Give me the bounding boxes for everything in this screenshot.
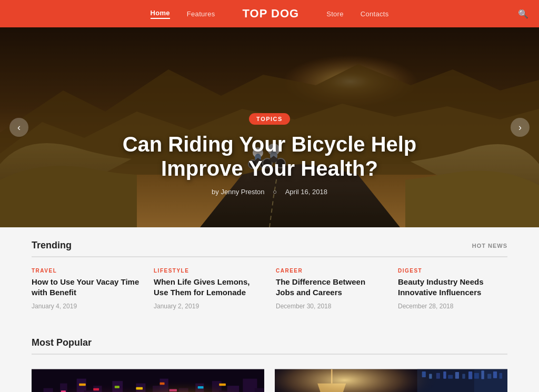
svg-rect-43 <box>93 388 99 390</box>
hero-content: TOPICS Can Riding Your Bicycle Help Impr… <box>0 113 539 196</box>
trending-card-2: LIFESTYLE When Life Gives Lemons, Use Th… <box>154 268 263 310</box>
trending-card-4: DIGEST Beauty Industry Needs Innovative … <box>398 268 507 310</box>
card-date-4: December 28, 2018 <box>398 303 507 310</box>
nav-features[interactable]: Features <box>187 10 215 18</box>
hero-dot: ○ <box>273 188 277 196</box>
svg-rect-40 <box>32 369 264 392</box>
search-icon[interactable]: 🔍 <box>518 9 528 19</box>
hero-category-badge: TOPICS <box>249 113 290 125</box>
hero-prev-button[interactable]: ‹ <box>9 118 28 137</box>
popular-section: Most Popular <box>0 325 539 393</box>
hero-title: Can Riding Your Bicycle Help Improve You… <box>91 132 448 180</box>
hero-meta: by Jenny Preston ○ April 16, 2018 <box>0 188 539 196</box>
card-category-1: TRAVEL <box>32 268 141 274</box>
card-category-3: CAREER <box>276 268 385 274</box>
hero-author: by Jenny Preston <box>212 188 264 196</box>
hero-date: April 16, 2018 <box>285 188 327 196</box>
trending-section: Trending HOT NEWS TRAVEL How to Use Your… <box>0 227 539 325</box>
trending-card-3: CAREER The Difference Between Jobs and C… <box>276 268 385 310</box>
svg-rect-47 <box>169 389 177 391</box>
nav-contacts[interactable]: Contacts <box>361 10 389 18</box>
trending-header: Trending HOT NEWS <box>32 240 507 257</box>
popular-grid <box>32 365 507 393</box>
card-category-4: DIGEST <box>398 268 507 274</box>
popular-card-office[interactable] <box>275 365 507 393</box>
card-title-1[interactable]: How to Use Your Vacay Time with Benefit <box>32 277 141 298</box>
city-background-image <box>32 365 264 393</box>
popular-card-city[interactable] <box>32 365 264 393</box>
main-nav: Home Features TOP DOG Store Contacts <box>151 7 389 21</box>
hero-section: TOPICS Can Riding Your Bicycle Help Impr… <box>0 27 539 227</box>
card-title-4[interactable]: Beauty Industry Needs Innovative Influen… <box>398 277 507 298</box>
site-title: TOP DOG <box>243 7 300 21</box>
hero-next-button[interactable]: › <box>511 118 530 137</box>
card-title-2[interactable]: When Life Gives Lemons, Use Them for Lem… <box>154 277 263 298</box>
svg-rect-48 <box>198 386 204 389</box>
popular-header: Most Popular <box>32 337 507 355</box>
trending-card-1: TRAVEL How to Use Your Vacay Time with B… <box>32 268 141 310</box>
card-category-2: LIFESTYLE <box>154 268 263 274</box>
trending-grid: TRAVEL How to Use Your Vacay Time with B… <box>32 268 507 310</box>
svg-rect-42 <box>79 383 86 386</box>
svg-rect-46 <box>160 382 165 385</box>
card-title-3[interactable]: The Difference Between Jobs and Careers <box>276 277 385 298</box>
office-background-image <box>275 365 507 393</box>
card-date-1: January 4, 2019 <box>32 303 141 310</box>
popular-title: Most Popular <box>32 337 507 348</box>
card-date-2: January 2, 2019 <box>154 303 263 310</box>
hot-news-label: HOT NEWS <box>472 243 507 249</box>
svg-rect-49 <box>219 383 226 386</box>
nav-store[interactable]: Store <box>326 10 344 18</box>
trending-title: Trending <box>32 240 72 251</box>
nav-home[interactable]: Home <box>151 9 170 19</box>
card-date-3: December 30, 2018 <box>276 303 385 310</box>
site-header: Home Features TOP DOG Store Contacts 🔍 <box>0 0 539 27</box>
svg-rect-78 <box>275 369 507 392</box>
svg-rect-44 <box>115 386 119 388</box>
svg-rect-45 <box>136 387 143 389</box>
svg-rect-89 <box>474 369 507 392</box>
